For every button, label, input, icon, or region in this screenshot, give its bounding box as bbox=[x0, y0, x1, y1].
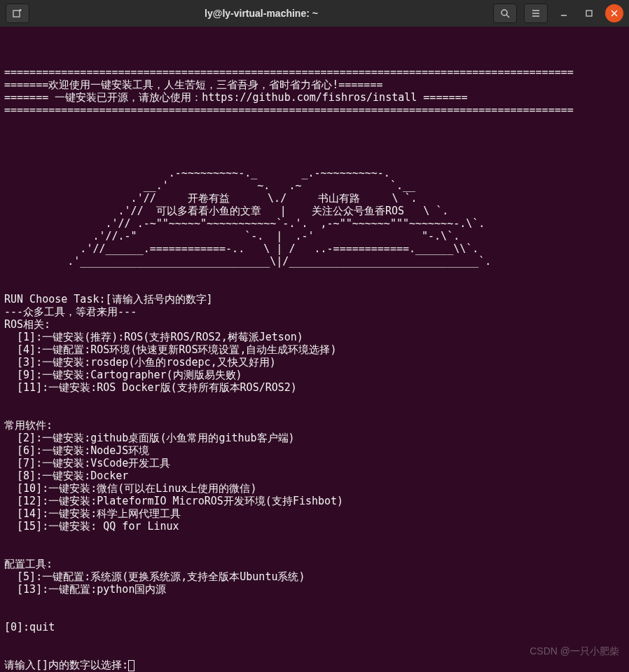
menu-item: [2]:一键安装:github桌面版(小鱼常用的github客户端) bbox=[4, 432, 295, 444]
menu-item: [10]:一键安装:微信(可以在Linux上使用的微信) bbox=[4, 482, 256, 495]
banner-line-1: =======欢迎使用一键安装工具，人生苦短，三省吾身，省时省力省心!=====… bbox=[4, 78, 382, 91]
new-tab-button[interactable] bbox=[6, 4, 29, 23]
prompt-header: RUN Choose Task:[请输入括号内的数字] bbox=[4, 293, 213, 306]
svg-point-1 bbox=[502, 10, 507, 15]
minimize-button[interactable] bbox=[555, 4, 573, 22]
svg-rect-7 bbox=[586, 11, 592, 16]
ascii-art-line: .'// 可以多看看小鱼的文章 | 关注公众号鱼香ROS \ `. bbox=[4, 205, 448, 217]
menu-item: [5]:一键配置:系统源(更换系统源,支持全版本Ubuntu系统) bbox=[4, 570, 305, 583]
svg-rect-0 bbox=[13, 11, 20, 17]
menu-item: [12]:一键安装:PlateformIO MicroROS开发环境(支持Fis… bbox=[4, 495, 343, 507]
titlebar-right bbox=[493, 4, 623, 23]
titlebar: ly@ly-virtual-machine: ~ bbox=[0, 0, 629, 27]
menu-item: [1]:一键安装(推荐):ROS(支持ROS/ROS2,树莓派Jetson) bbox=[4, 331, 303, 343]
close-icon bbox=[611, 10, 618, 17]
close-button[interactable] bbox=[605, 4, 623, 22]
new-tab-icon bbox=[13, 8, 22, 18]
menu-item: [15]:一键安装: QQ for Linux bbox=[4, 520, 179, 533]
ascii-art-line: .'______________________________\|/_____… bbox=[4, 255, 491, 268]
cursor[interactable] bbox=[128, 660, 134, 671]
terminal-window: ly@ly-virtual-machine: ~ bbox=[0, 0, 629, 672]
ascii-art-line: .'//.-" `-. | .-' "-.\`. bbox=[4, 230, 459, 242]
minimize-icon bbox=[560, 10, 567, 17]
svg-line-2 bbox=[506, 15, 509, 18]
section-ros-title: ROS相关: bbox=[4, 318, 50, 331]
menu-item: [8]:一键安装:Docker bbox=[4, 469, 128, 482]
watermark: CSDN @一只小肥柴 bbox=[530, 645, 619, 658]
menu-item: [4]:一键配置:ROS环境(快速更新ROS环境设置,自动生成环境选择) bbox=[4, 343, 337, 356]
search-icon bbox=[500, 8, 510, 18]
quit-option: [0]:quit bbox=[4, 621, 55, 633]
search-button[interactable] bbox=[493, 4, 517, 23]
menu-button[interactable] bbox=[524, 4, 548, 23]
divider: ========================================… bbox=[4, 66, 574, 78]
menu-item: [6]:一键安装:NodeJS环境 bbox=[4, 444, 149, 457]
menu-item: [13]:一键配置:python国内源 bbox=[4, 583, 166, 596]
window-title: ly@ly-virtual-machine: ~ bbox=[35, 8, 488, 19]
section-config-title: 配置工具: bbox=[4, 558, 53, 570]
section-common-title: 常用软件: bbox=[4, 419, 53, 432]
hamburger-icon bbox=[531, 8, 541, 18]
maximize-button[interactable] bbox=[580, 4, 598, 22]
menu-item: [14]:一键安装:科学上网代理工具 bbox=[4, 507, 181, 520]
titlebar-left bbox=[6, 4, 29, 23]
input-prompt: 请输入[]内的数字以选择: bbox=[4, 659, 128, 671]
ascii-art-line: .'// .-~""~~~~~"~~~~~~~~~~~`-.'. ,-~""~~… bbox=[4, 217, 485, 230]
menu-item: [11]:一键安装:ROS Docker版(支持所有版本ROS/ROS2) bbox=[4, 381, 297, 394]
ascii-art-line: .'//______.============-.. \ | / ..-====… bbox=[4, 242, 478, 255]
banner-line-2: ======= 一键安装已开源，请放心使用：https://github.com… bbox=[4, 91, 468, 104]
ascii-art-line: .'// 开卷有益 \./ 书山有路 \ `. bbox=[4, 192, 417, 205]
menu-item: [9]:一键安装:Cartographer(内测版易失败) bbox=[4, 369, 242, 381]
subheader: ---众多工具，等君来用--- bbox=[4, 306, 137, 318]
ascii-art-line: .-~~~~~~~~~-._ _.-~~~~~~~~~-. bbox=[4, 167, 390, 179]
maximize-icon bbox=[586, 10, 593, 17]
menu-item: [7]:一键安装:VsCode开发工具 bbox=[4, 457, 170, 469]
menu-item: [3]:一键安装:rosdep(小鱼的rosdepc,又快又好用) bbox=[4, 356, 276, 369]
divider: ========================================… bbox=[4, 104, 574, 116]
ascii-art-line: __.' ~. .~ `.__ bbox=[4, 179, 415, 192]
terminal-content[interactable]: ========================================… bbox=[0, 27, 629, 672]
